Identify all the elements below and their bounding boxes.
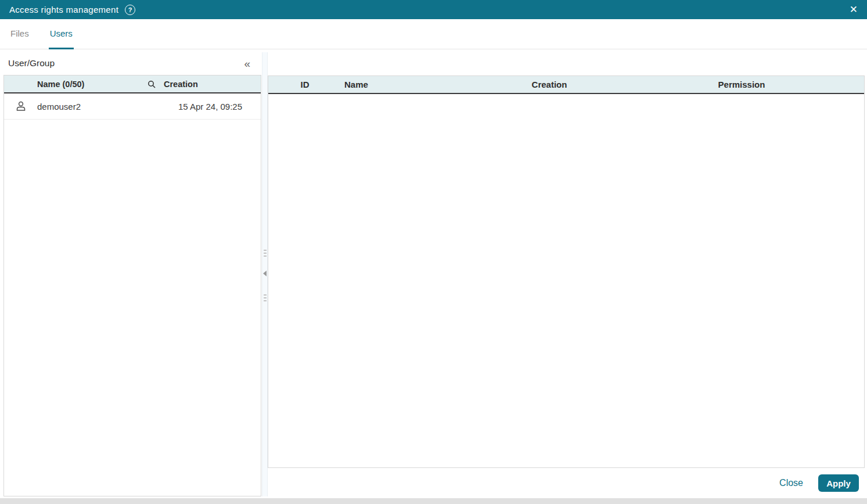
tab-bar: Files Users bbox=[0, 19, 867, 49]
access-rights-dialog: Access rights management ? ✕ Files Users… bbox=[0, 0, 867, 504]
column-header-creation[interactable]: Creation bbox=[164, 80, 261, 89]
user-group-table-header: Name (0/50) Creation bbox=[4, 75, 261, 93]
apply-button[interactable]: Apply bbox=[818, 474, 859, 492]
column-header-creation[interactable]: Creation bbox=[454, 80, 645, 89]
search-icon[interactable] bbox=[148, 80, 156, 88]
splitter-collapse-arrow-icon[interactable] bbox=[263, 271, 267, 276]
row-user-name: demouser2 bbox=[37, 102, 164, 111]
tab-files[interactable]: Files bbox=[9, 19, 30, 49]
table-row-demouser2[interactable]: demouser2 15 Apr 24, 09:25 bbox=[4, 93, 261, 120]
permissions-table-header: ID Name Creation Permission bbox=[268, 76, 864, 94]
close-icon[interactable]: ✕ bbox=[850, 5, 858, 15]
row-creation-date: 15 Apr 24, 09:25 bbox=[164, 102, 261, 111]
panel-splitter[interactable] bbox=[262, 52, 268, 496]
column-header-id[interactable]: ID bbox=[268, 80, 341, 89]
tab-users[interactable]: Users bbox=[49, 19, 74, 49]
help-icon[interactable]: ? bbox=[125, 5, 135, 15]
close-button[interactable]: Close bbox=[779, 478, 803, 488]
user-group-table: Name (0/50) Creation demouser2 15 Apr 24… bbox=[3, 75, 261, 496]
permissions-table-empty-body bbox=[268, 94, 864, 467]
user-icon bbox=[4, 100, 37, 112]
column-header-permission[interactable]: Permission bbox=[645, 80, 839, 89]
column-header-name[interactable]: Name bbox=[341, 80, 454, 89]
left-panel-title: User/Group bbox=[8, 58, 55, 69]
left-panel-header: User/Group « bbox=[0, 52, 262, 74]
column-header-name[interactable]: Name (0/50) bbox=[4, 80, 164, 89]
dialog-titlebar: Access rights management ? ✕ bbox=[0, 0, 867, 19]
dialog-footer: Close Apply bbox=[268, 468, 867, 498]
collapse-panel-icon[interactable]: « bbox=[244, 58, 250, 69]
splitter-grip-top-icon[interactable] bbox=[264, 250, 267, 258]
column-header-name-label: Name (0/50) bbox=[37, 80, 84, 89]
background-page-edge bbox=[0, 498, 867, 504]
dialog-title: Access rights management bbox=[9, 5, 118, 15]
permissions-table: ID Name Creation Permission bbox=[268, 75, 865, 468]
splitter-grip-bottom-icon[interactable] bbox=[264, 294, 267, 303]
